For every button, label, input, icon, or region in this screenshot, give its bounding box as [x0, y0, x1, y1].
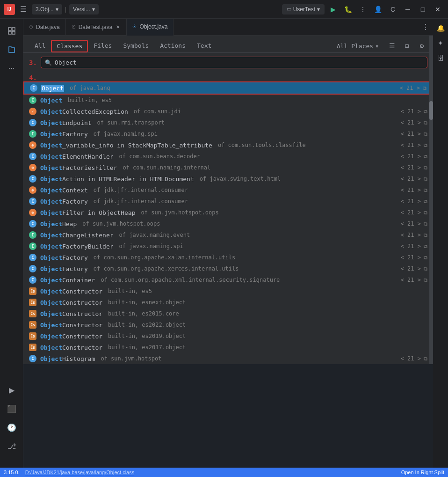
result-item-5[interactable]: ⊗ Object_variable_info in StackMapTable_… — [23, 139, 433, 151]
close-button[interactable]: ✕ — [431, 3, 444, 16]
copy-icon-4[interactable]: ⧉ — [424, 131, 427, 137]
scroll-thumb[interactable] — [429, 101, 433, 120]
result-right-10: < 21 > ⧉ — [401, 198, 427, 205]
search-input[interactable] — [55, 59, 423, 66]
copy-icon-15[interactable]: ⧉ — [424, 255, 427, 261]
result-item-16[interactable]: C ObjectFactory of com.sun.org.apache.xe… — [23, 263, 433, 274]
result-item-8[interactable]: C ObjectAction in HTMLReader in HTMLDocu… — [23, 173, 433, 184]
profile-button[interactable]: 👤 — [371, 3, 384, 16]
copy-icon-12[interactable]: ⧉ — [424, 221, 427, 227]
tab-object-java-label: Object.java — [139, 23, 167, 30]
more-options-button[interactable]: ⋮ — [356, 3, 369, 16]
copy-icon-0[interactable]: ⧉ — [423, 85, 426, 91]
copy-icon-13[interactable]: ⧉ — [424, 232, 427, 238]
result-item-18[interactable]: Cs ObjectConstructor built-in, es5 — [23, 286, 433, 297]
result-item-14[interactable]: I ObjectFactoryBuilder of javax.naming.s… — [23, 241, 433, 252]
copy-icon-11[interactable]: ⧉ — [424, 210, 427, 216]
result-pkg-23: built-in, es2017.object — [108, 344, 186, 351]
result-right-12: < 21 > ⧉ — [401, 220, 427, 227]
copy-icon-3[interactable]: ⧉ — [424, 120, 427, 126]
search-tab-all[interactable]: All — [29, 39, 51, 53]
debug-button[interactable]: 🐛 — [341, 3, 354, 16]
sidebar-item-explorer[interactable] — [3, 41, 20, 58]
copy-icon-6[interactable]: ⧉ — [424, 154, 427, 160]
scroll-bar[interactable] — [429, 36, 433, 364]
copy-icon-7[interactable]: ⧉ — [424, 165, 427, 171]
tab-date-java[interactable]: ☉ Date.java — [23, 19, 66, 36]
result-item-9[interactable]: ⊗ ObjectContext of jdk.jfr.internal.cons… — [23, 184, 433, 196]
search-tab-symbols[interactable]: Symbols — [117, 39, 154, 53]
copy-icon-17[interactable]: ⧉ — [424, 277, 427, 283]
sidebar-item-time[interactable]: 🕐 — [3, 419, 20, 436]
result-item-11[interactable]: ⊗ ObjectFilter in ObjectHeap of sun.jvm.… — [23, 207, 433, 218]
result-item-13[interactable]: I ObjectChangeListener of javax.naming.e… — [23, 229, 433, 241]
result-item-19[interactable]: Cs ObjectConstructor built-in, esnext.ob… — [23, 297, 433, 308]
result-right-3: < 21 > ⧉ — [401, 119, 427, 126]
result-icon-18: Cs — [29, 287, 36, 295]
status-path[interactable]: D:/Java/JDK21/java.base/java/lang/Object… — [25, 470, 135, 475]
tab-more-button[interactable]: ⋮ — [418, 22, 433, 31]
result-item-2[interactable]: ⚡ ObjectCollectedException of com.sun.jd… — [23, 106, 433, 117]
result-item-10[interactable]: C ObjectFactory of jdk.jfr.internal.cons… — [23, 196, 433, 207]
result-item-1[interactable]: C Object built-in, es5 — [23, 95, 433, 106]
search-tab-actions[interactable]: Actions — [154, 39, 191, 53]
result-item-15[interactable]: C ObjectFactory of com.sun.org.apache.xa… — [23, 252, 433, 263]
search-tab-text[interactable]: Text — [191, 39, 217, 53]
result-name-16: ObjectFactory — [40, 265, 88, 272]
result-item-3[interactable]: C ObjectEndpoint of sun.rmi.transport < … — [23, 117, 433, 128]
list-view-button[interactable]: ☰ — [386, 40, 397, 51]
copy-icon-10[interactable]: ⧉ — [424, 198, 427, 205]
copy-icon-24[interactable]: ⧉ — [424, 356, 427, 362]
open-in-right-split-button[interactable]: Open In Right Split — [401, 470, 444, 475]
result-name-0: Object — [41, 85, 64, 92]
copy-icon-5[interactable]: ⧉ — [424, 142, 427, 148]
all-places-button[interactable]: All Places ▾ — [333, 41, 383, 51]
project-selector[interactable]: 3.Obj... ▾ — [32, 4, 62, 15]
copy-icon-16[interactable]: ⧉ — [424, 266, 427, 272]
sidebar-item-more[interactable]: ··· — [3, 60, 20, 77]
notifications-icon[interactable]: 🔔 — [435, 22, 446, 34]
ai-icon[interactable]: ✦ — [435, 37, 446, 49]
result-item-24[interactable]: C ObjectHistogram of sun.jvm.hotspot < 2… — [23, 353, 433, 364]
tab-bar: ☉ Date.java ☉ DateTest.java ✕ ☉ Object.j… — [23, 19, 433, 36]
result-item-4[interactable]: I ObjectFactory of javax.naming.spi < 21… — [23, 128, 433, 139]
result-item-6[interactable]: C ObjectElementHandler of com.sun.beans.… — [23, 151, 433, 162]
filter-button[interactable]: ⊟ — [401, 40, 412, 51]
run-target[interactable]: ▭ UserTest ▾ — [282, 4, 325, 15]
result-name-20: ObjectConstructor — [40, 310, 102, 317]
hamburger-menu[interactable]: ☰ — [17, 3, 30, 16]
result-icon-21: Cs — [29, 321, 36, 329]
result-icon-6: C — [29, 153, 36, 160]
copy-icon-2[interactable]: ⧉ — [424, 109, 427, 115]
sidebar-bottom: ▶ ⬛ 🕐 ⎇ — [0, 378, 23, 458]
sidebar-item-terminal[interactable]: ⬛ — [3, 400, 20, 417]
copy-icon-14[interactable]: ⧉ — [424, 243, 427, 250]
copy-icon-8[interactable]: ⧉ — [424, 176, 427, 182]
settings-button[interactable]: ⚙ — [416, 40, 427, 51]
copy-icon-9[interactable]: ⧉ — [424, 187, 427, 193]
version-dropdown-icon: ▾ — [92, 6, 95, 13]
sidebar-item-run[interactable]: ▶ — [3, 382, 20, 398]
result-icon-19: Cs — [29, 299, 36, 306]
result-item-20[interactable]: Cs ObjectConstructor built-in, es2015.co… — [23, 308, 433, 319]
result-item-7[interactable]: ⊗ ObjectFactoriesFilter of com.sun.namin… — [23, 162, 433, 173]
result-item-17[interactable]: C ObjectContainer of com.sun.org.apache.… — [23, 274, 433, 286]
tab-datetest-close-icon[interactable]: ✕ — [115, 23, 121, 30]
search-tab-files[interactable]: Files — [88, 39, 117, 53]
version-selector[interactable]: Versi... ▾ — [69, 4, 99, 15]
minimize-button[interactable]: ─ — [401, 3, 414, 16]
result-item-12[interactable]: C ObjectHeap of sun.jvm.hotspot.oops < 2… — [23, 218, 433, 229]
tab-object-java[interactable]: ☉ Object.java — [127, 19, 173, 36]
maximize-button[interactable]: □ — [416, 3, 429, 16]
result-item-22[interactable]: Cs ObjectConstructor built-in, es2019.ob… — [23, 330, 433, 342]
sidebar-item-git[interactable]: ⎇ — [3, 438, 20, 455]
run-button[interactable]: ▶ — [326, 3, 340, 16]
search-tab-classes[interactable]: Classes — [51, 40, 88, 52]
tab-datetest-java[interactable]: ☉ DateTest.java ✕ — [66, 19, 127, 36]
sidebar-item-project[interactable] — [3, 22, 20, 39]
result-item-23[interactable]: Cs ObjectConstructor built-in, es2017.ob… — [23, 342, 433, 353]
database-icon[interactable]: 🗄 — [435, 52, 446, 64]
result-item-0[interactable]: C Object of java.lang < 21 > ⧉ — [23, 81, 433, 95]
result-name-4: ObjectFactory — [40, 131, 88, 138]
result-item-21[interactable]: Cs ObjectConstructor built-in, es2022.ob… — [23, 319, 433, 330]
